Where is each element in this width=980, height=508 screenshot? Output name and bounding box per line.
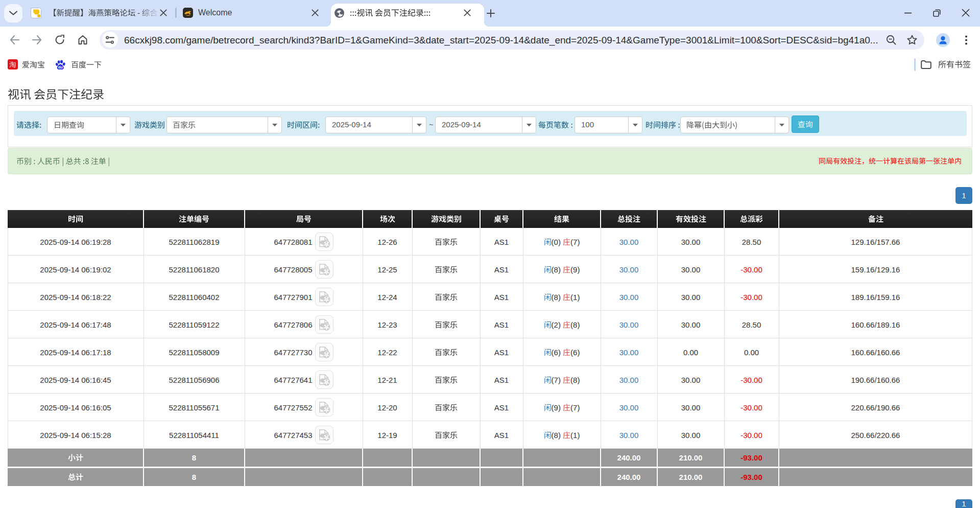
svg-text:du: du	[58, 65, 63, 70]
